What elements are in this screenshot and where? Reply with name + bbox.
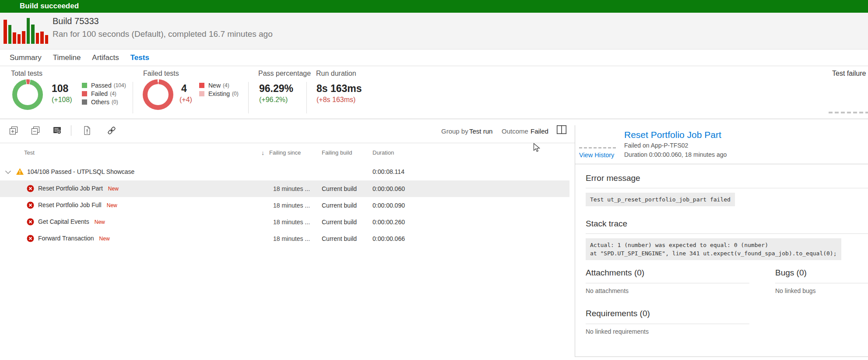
group-title: 104/108 Passed - UTPLSQL Showcase <box>27 168 134 175</box>
chevron-down-icon[interactable] <box>5 168 11 174</box>
legend-item-others: Others (0) <box>82 98 126 106</box>
build-tests-page: Build succeeded Build 75333 Ran for 100 … <box>0 0 868 360</box>
failing-build-cell[interactable]: Current build <box>322 185 357 192</box>
build-bars-icon <box>4 18 49 44</box>
legend-label: Failed <box>91 90 108 97</box>
legend-label: Existing <box>208 90 230 97</box>
total-tests-delta: (+108) <box>52 96 72 104</box>
new-badge: New <box>95 219 105 225</box>
test-failures-section-label: Test failure <box>832 70 866 78</box>
error-details-document-icon[interactable] <box>82 126 92 135</box>
duration-cell: 0:00:00.060 <box>373 185 405 192</box>
total-tests-label: Total tests <box>11 70 42 78</box>
test-detail-pane: Reset Portfolio Job Part View History Fa… <box>575 119 868 360</box>
split-view-icon[interactable] <box>556 124 567 135</box>
bugs-heading: Bugs (0) <box>775 268 807 278</box>
failed-test-icon <box>27 201 34 209</box>
tab-timeline[interactable]: Timeline <box>53 53 81 62</box>
pass-percentage-value: 96.29% <box>259 83 293 95</box>
detail-duration-text: Duration 0:00:00.060, 18 minutes ago <box>624 151 727 158</box>
view-history-link[interactable]: View History <box>579 152 614 159</box>
passed-swatch-icon <box>82 83 87 88</box>
legend-item-passed: Passed (104) <box>82 81 126 89</box>
copy-link-icon[interactable] <box>107 126 116 135</box>
test-name[interactable]: Reset Portfolio Job Full <box>38 201 102 208</box>
table-row-reset-portfolio-job-part[interactable]: Reset Portfolio Job Part New 18 minutes … <box>0 180 569 197</box>
pass-percentage-delta: (+96.2%) <box>259 96 288 104</box>
test-name[interactable]: Get Capital Events <box>38 218 89 225</box>
legend-count: (0) <box>112 99 118 105</box>
failed-tests-label: Failed tests <box>143 70 179 78</box>
new-badge: New <box>108 186 119 192</box>
column-header-failing-since[interactable]: Failing since <box>269 149 301 156</box>
toolbar-divider <box>71 125 71 136</box>
tab-summary[interactable]: Summary <box>10 53 42 62</box>
pass-percentage-label: Pass percentage <box>258 70 311 78</box>
legend-count: (4) <box>223 82 229 88</box>
error-message-text: Test ut_p_reset_portfolio_job_part faile… <box>586 193 735 206</box>
column-header-duration[interactable]: Duration <box>373 149 394 156</box>
failing-since-cell: 18 minutes ... <box>273 202 310 209</box>
total-tests-value: 108 <box>52 83 68 95</box>
column-header-test[interactable]: Test <box>24 149 35 156</box>
duration-cell: 0:00:00.090 <box>373 202 405 209</box>
detail-test-title: Reset Portfolio Job Part <box>624 130 721 140</box>
failing-build-cell[interactable]: Current build <box>322 202 357 209</box>
stack-trace-heading: Stack trace <box>586 219 627 229</box>
total-tests-legend: Passed (104) Failed (4) Others (0) <box>82 81 126 106</box>
tab-tests[interactable]: Tests <box>130 53 149 62</box>
error-message-heading: Error message <box>586 173 640 183</box>
stack-trace-line1: Actual: 1 (number) was expected to equal… <box>590 242 768 248</box>
section-underline <box>586 324 749 324</box>
test-name[interactable]: Forward Transaction <box>38 235 94 242</box>
table-row-forward-transaction[interactable]: Forward Transaction New 18 minutes ... C… <box>0 230 569 247</box>
column-options-icon[interactable] <box>53 126 62 135</box>
column-header-failing-build[interactable]: Failing build <box>322 149 352 156</box>
build-status-banner: Build succeeded <box>0 0 868 13</box>
legend-label: Others <box>91 99 109 106</box>
failed-test-icon <box>27 218 34 226</box>
expand-all-icon[interactable] <box>9 126 18 135</box>
total-tests-donut-chart <box>12 79 43 110</box>
failed-on-text: Failed on App-P-TFS02 <box>624 142 688 149</box>
duration-cell: 0:00:00.260 <box>373 219 405 226</box>
failing-since-cell: 18 minutes ... <box>273 185 310 192</box>
build-status-text: Build succeeded <box>20 2 79 11</box>
stack-trace-text: Actual: 1 (number) was expected to equal… <box>586 238 841 260</box>
stats-divider <box>306 82 307 113</box>
legend-label: New <box>208 82 221 89</box>
failing-build-cell[interactable]: Current build <box>322 219 357 226</box>
failing-since-cell: 18 minutes ... <box>273 235 310 242</box>
failed-test-icon <box>27 235 34 242</box>
legend-label: Passed <box>91 82 112 89</box>
new-badge: New <box>107 202 117 208</box>
table-row-reset-portfolio-job-full[interactable]: Reset Portfolio Job Full New 18 minutes … <box>0 197 569 214</box>
legend-item-new: New (4) <box>199 81 239 89</box>
legend-item-existing: Existing (0) <box>199 89 239 98</box>
section-underline <box>586 233 868 234</box>
collapse-all-icon[interactable] <box>31 126 40 135</box>
stats-divider <box>248 82 249 113</box>
table-row-get-capital-events[interactable]: Get Capital Events New 18 minutes ... Cu… <box>0 214 569 230</box>
duration-cell: 0:00:00.066 <box>373 235 405 242</box>
group-by-dropdown[interactable]: Test run <box>469 127 492 135</box>
test-name[interactable]: Reset Portfolio Job Part <box>38 185 103 192</box>
outcome-dropdown[interactable]: Failed <box>531 127 548 135</box>
failed-test-icon <box>27 185 34 192</box>
test-group-row[interactable]: 104/108 Passed - UTPLSQL Showcase 0:00:0… <box>0 163 569 180</box>
run-duration-value: 8s 163ms <box>316 83 362 95</box>
build-subtitle: Ran for 100 seconds (Default), completed… <box>53 29 273 39</box>
run-duration-delta: (+8s 163ms) <box>316 96 355 104</box>
tab-artifacts[interactable]: Artifacts <box>92 53 119 62</box>
duration-cell: 0:00:08.114 <box>373 168 404 175</box>
stats-divider <box>133 82 133 113</box>
no-linked-bugs-text: No linked bugs <box>775 287 816 294</box>
requirements-heading: Requirements (0) <box>586 309 650 318</box>
detail-bottom-border <box>575 356 868 357</box>
failing-build-cell[interactable]: Current build <box>322 235 357 242</box>
section-underline <box>586 188 868 188</box>
no-linked-requirements-text: No linked requirements <box>586 328 649 335</box>
trend-dashed-line <box>829 112 868 113</box>
build-tabs: Summary Timeline Artifacts Tests <box>0 49 868 66</box>
attachments-heading: Attachments (0) <box>586 268 644 278</box>
